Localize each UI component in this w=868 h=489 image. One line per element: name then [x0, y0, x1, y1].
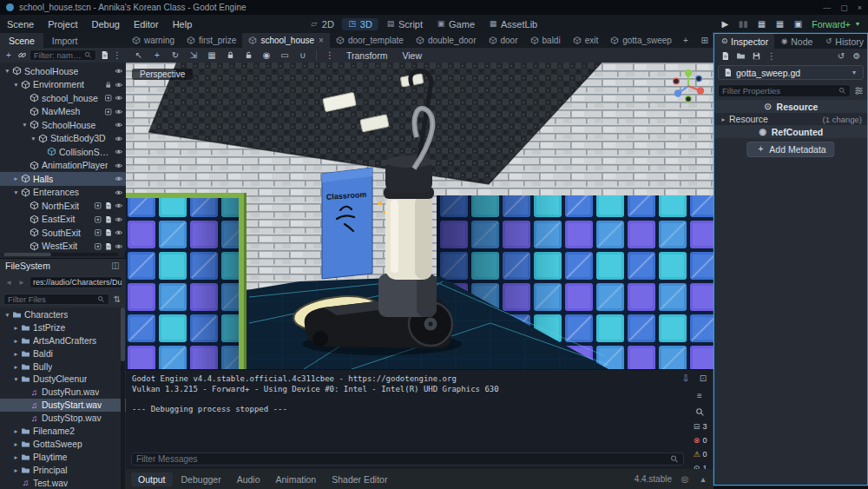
eye-icon[interactable]: [115, 161, 123, 169]
tab-import[interactable]: Import: [43, 33, 87, 48]
scene-tree-hscrollbar[interactable]: [2, 253, 118, 256]
ruler-tool-button[interactable]: ▭: [279, 50, 290, 61]
movie-mode-button[interactable]: ▣: [792, 19, 803, 30]
scene-node-school_house[interactable]: school_house: [0, 91, 126, 105]
bottom-tab-audio[interactable]: Audio: [230, 472, 267, 486]
file-bully[interactable]: ▸Bully: [0, 360, 126, 373]
play-custom-button[interactable]: ▦: [774, 19, 785, 30]
script-icon[interactable]: [104, 241, 113, 250]
move-tool-button[interactable]: +: [152, 50, 162, 61]
window-minimize-button[interactable]: —: [823, 3, 831, 12]
axis-z[interactable]: [674, 89, 681, 96]
window-close-button[interactable]: ×: [858, 3, 862, 12]
snap-tool-button[interactable]: ∪: [298, 50, 308, 61]
search-icon[interactable]: [694, 406, 705, 417]
eye-icon[interactable]: [115, 215, 123, 223]
file-1stprize[interactable]: ▸1stPrize: [0, 321, 126, 334]
save-log-button[interactable]: ⇩: [681, 373, 691, 384]
scene-node-environment[interactable]: ▾Environment: [0, 78, 126, 92]
perspective-menu[interactable]: Perspective: [132, 69, 193, 80]
scene-node-southexit[interactable]: SouthExit: [0, 226, 126, 240]
axis-gizmo[interactable]: [668, 66, 708, 106]
eye-icon[interactable]: [115, 241, 123, 250]
output-counter-warnings[interactable]: ⚠0: [692, 450, 707, 459]
object-options-button[interactable]: ⚙: [852, 51, 862, 62]
file-dustyrun.wav[interactable]: ♫DustyRun.wav: [0, 386, 126, 399]
unlock-tool-button[interactable]: [243, 50, 253, 61]
instance-icon[interactable]: [94, 202, 102, 210]
eye-icon[interactable]: [115, 107, 123, 116]
property-options-button[interactable]: [853, 85, 864, 96]
scene-node-westexit[interactable]: WestExit: [0, 240, 126, 253]
renderer-select[interactable]: Forward+ ▾: [812, 19, 861, 30]
expander-icon[interactable]: ▸: [12, 427, 20, 435]
expander-icon[interactable]: ▾: [21, 121, 29, 129]
instance-icon[interactable]: [94, 241, 102, 250]
history-icon[interactable]: ↺: [836, 51, 846, 62]
edited-resource-button[interactable]: gotta_sweep.gd ▾: [718, 65, 864, 80]
file-baldi[interactable]: ▸Baldi: [0, 347, 126, 360]
file-dustystart.wav[interactable]: ♫DustyStart.wav: [0, 399, 126, 412]
scene-node-collisionshape3d[interactable]: CollisionShape3D: [0, 145, 126, 159]
script-icon[interactable]: [104, 215, 113, 223]
file-playtime[interactable]: ▸Playtime: [0, 451, 126, 464]
axis-x[interactable]: [697, 87, 704, 94]
expander-icon[interactable]: ▾: [3, 67, 11, 75]
expander-icon[interactable]: ▸: [720, 116, 727, 123]
scene-node-halls[interactable]: ▸Halls: [0, 172, 126, 186]
instance-icon[interactable]: [104, 107, 113, 116]
play-scene-button[interactable]: ▦: [756, 19, 766, 30]
add-metadata-button[interactable]: + Add Metadata: [746, 142, 834, 157]
file-dustystop.wav[interactable]: ♫DustyStop.wav: [0, 412, 126, 425]
bottom-tab-output[interactable]: Output: [131, 472, 173, 486]
expander-icon[interactable]: ▸: [12, 363, 20, 371]
menu-help[interactable]: Help: [166, 19, 200, 30]
save-resource-button[interactable]: [751, 51, 761, 62]
expand-panel-button[interactable]: ▴: [698, 474, 708, 485]
property-filter-input[interactable]: Filter Properties: [718, 84, 851, 97]
expander-icon[interactable]: ▸: [12, 350, 20, 358]
dock-options-icon[interactable]: ◫: [110, 261, 121, 271]
path-input[interactable]: res://audio/Characters/Du: [30, 276, 122, 288]
instance-icon[interactable]: [104, 94, 113, 102]
window-maximize-button[interactable]: ▢: [840, 3, 848, 12]
scene-tab-door_template[interactable]: door_template: [330, 33, 410, 48]
axis-y[interactable]: [685, 69, 692, 76]
scene-tab-baldi[interactable]: baldi: [524, 33, 567, 48]
scene-dock-more-button[interactable]: ⋮: [112, 50, 122, 61]
file-characters[interactable]: ▾Characters: [0, 308, 126, 321]
file-filter-input[interactable]: Filter Files: [3, 294, 109, 305]
workspace-script-button[interactable]: ▤Script: [380, 18, 429, 30]
scene-node-eastexit[interactable]: EastExit: [0, 213, 126, 227]
eye-icon[interactable]: [115, 94, 123, 102]
axis-y-neg[interactable]: [686, 96, 692, 102]
instance-icon[interactable]: [94, 228, 102, 237]
expander-icon[interactable]: ▾: [12, 188, 20, 196]
scene-node-northexit[interactable]: NorthExit: [0, 199, 126, 213]
file-gottasweep[interactable]: ▸GottaSweep: [0, 438, 126, 451]
inspector-tab-inspector[interactable]: ⊙Inspector: [714, 34, 774, 49]
eye-icon[interactable]: [115, 202, 123, 210]
lock-icon[interactable]: [104, 80, 113, 89]
scrollbar-thumb[interactable]: [121, 307, 125, 361]
scrollbar-thumb[interactable]: [3, 253, 51, 256]
workspace-game-button[interactable]: ▣Game: [431, 18, 481, 30]
rotate-tool-button[interactable]: ↻: [170, 50, 181, 61]
gizmo-marker[interactable]: [383, 211, 385, 214]
script-icon[interactable]: [104, 228, 113, 237]
select-tool-button[interactable]: ↖: [134, 50, 144, 61]
scene-node-navmesh[interactable]: NavMesh: [0, 105, 126, 119]
file-artsandcrafters[interactable]: ▸ArtsAndCrafters: [0, 334, 126, 347]
scene-filter-input[interactable]: Filter: name, ty: [30, 50, 96, 61]
inspector-tab-node[interactable]: ◉Node: [774, 34, 819, 49]
bottom-tab-debugger[interactable]: Debugger: [174, 472, 228, 486]
eye-icon[interactable]: [115, 80, 123, 89]
file-principal[interactable]: ▸Principal: [0, 464, 126, 477]
scene-node-enterances[interactable]: ▾Enterances: [0, 186, 126, 200]
eye-icon[interactable]: [115, 175, 123, 183]
nav-back-button[interactable]: ◂: [3, 277, 14, 287]
view-menu[interactable]: View: [398, 50, 425, 61]
sort-files-button[interactable]: ⇅: [112, 294, 122, 305]
output-counter-messages[interactable]: ⊟3: [692, 422, 707, 431]
play-button[interactable]: ▶: [720, 19, 730, 30]
